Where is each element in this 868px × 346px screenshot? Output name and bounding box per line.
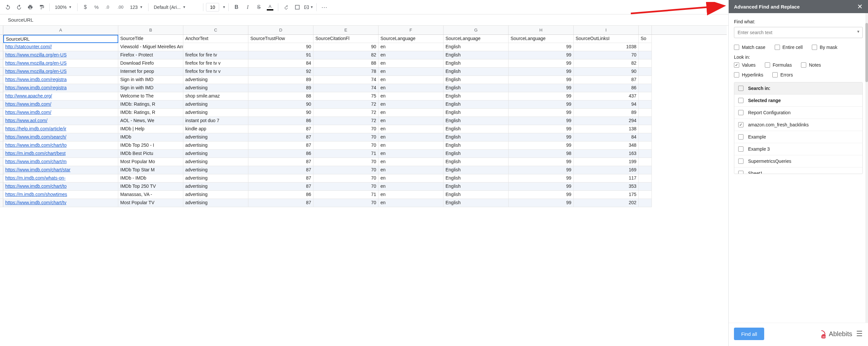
cell-url[interactable]: https://www.imdb.com/chart/star <box>3 166 118 174</box>
cell[interactable] <box>639 84 652 92</box>
cell[interactable]: advertising <box>183 191 248 199</box>
notes-checkbox[interactable]: Notes <box>801 62 821 68</box>
cell[interactable]: 78 <box>313 68 378 76</box>
cell[interactable]: advertising <box>183 84 248 92</box>
cell-url[interactable]: https://www.imdb.com/registra <box>3 76 118 84</box>
cell[interactable]: en <box>378 51 443 60</box>
cell[interactable]: AnchorText <box>183 35 248 43</box>
cell[interactable]: 72 <box>313 117 378 125</box>
cell-url[interactable]: https://www.imdb.com/ <box>3 100 118 109</box>
cell[interactable]: SourceTrustFlow <box>248 35 313 43</box>
cell[interactable]: 89 <box>574 109 639 117</box>
cell[interactable] <box>639 166 652 174</box>
entire-cell-checkbox[interactable]: Entire cell <box>775 45 803 50</box>
cell[interactable]: English <box>443 174 508 182</box>
close-icon[interactable]: ✕ <box>857 3 863 10</box>
cell-url[interactable]: https://m.imdb.com/showtimes <box>3 191 118 199</box>
italic-icon[interactable]: I <box>243 2 253 12</box>
cell[interactable]: 175 <box>574 191 639 199</box>
cell[interactable]: 99 <box>508 191 574 199</box>
cell[interactable]: advertising <box>183 199 248 207</box>
cell[interactable]: 169 <box>574 166 639 174</box>
cell[interactable]: AOL - News, We <box>118 117 183 125</box>
cell[interactable]: English <box>443 100 508 109</box>
cell[interactable]: English <box>443 199 508 207</box>
cell[interactable]: Internet for peop <box>118 68 183 76</box>
cell[interactable]: 84 <box>574 133 639 141</box>
cell[interactable]: 90 <box>574 68 639 76</box>
cell[interactable]: 90 <box>248 43 313 51</box>
cell[interactable]: firefox for fire tv <box>183 51 248 60</box>
cell[interactable]: 91 <box>248 51 313 60</box>
cell[interactable]: English <box>443 166 508 174</box>
cell[interactable]: en <box>378 84 443 92</box>
cell[interactable]: en <box>378 117 443 125</box>
cell[interactable]: en <box>378 133 443 141</box>
cell[interactable]: SourceLanguage <box>508 35 574 43</box>
cell[interactable]: advertising <box>183 182 248 191</box>
cell[interactable]: 74 <box>313 84 378 92</box>
cell[interactable]: en <box>378 182 443 191</box>
cell[interactable]: SourceCitationFl <box>313 35 378 43</box>
cell[interactable]: IMDb | Help <box>118 125 183 133</box>
cell[interactable]: 87 <box>574 76 639 84</box>
cell[interactable]: advertising <box>183 141 248 150</box>
cell[interactable]: 163 <box>574 150 639 158</box>
cell[interactable]: firefox for fire tv v <box>183 68 248 76</box>
decrease-decimal-icon[interactable]: .0 <box>102 2 114 12</box>
bold-icon[interactable]: B <box>231 2 242 12</box>
cell[interactable]: IMDb: Ratings, R <box>118 109 183 117</box>
cell[interactable]: English <box>443 150 508 158</box>
cell[interactable]: 99 <box>508 125 574 133</box>
cell[interactable]: IMDb Top 250 - I <box>118 141 183 150</box>
cell[interactable]: 70 <box>313 141 378 150</box>
cell[interactable]: 87 <box>248 199 313 207</box>
cell[interactable]: 90 <box>248 100 313 109</box>
cell[interactable]: 86 <box>248 117 313 125</box>
cell[interactable]: 99 <box>508 68 574 76</box>
cell[interactable]: SourceLanguage <box>378 35 443 43</box>
cell[interactable]: 86 <box>248 191 313 199</box>
cell[interactable] <box>639 150 652 158</box>
sidebar-scrollbar[interactable] <box>865 13 868 323</box>
cell[interactable]: Welcome to The <box>118 92 183 100</box>
cell[interactable]: 72 <box>313 109 378 117</box>
cell[interactable]: English <box>443 43 508 51</box>
col-header-H[interactable]: H <box>508 26 574 34</box>
more-toolbar-icon[interactable]: ⋯ <box>319 2 330 12</box>
col-header-G[interactable]: G <box>443 26 508 34</box>
cell[interactable]: 70 <box>313 125 378 133</box>
cell[interactable] <box>639 68 652 76</box>
cell[interactable]: 99 <box>508 141 574 150</box>
cell[interactable]: 199 <box>574 158 639 166</box>
cell[interactable]: 88 <box>248 92 313 100</box>
zoom-dropdown[interactable]: 100%▼ <box>52 2 74 12</box>
cell-url[interactable]: https://www.imdb.com/ <box>3 109 118 117</box>
cell[interactable]: 99 <box>508 84 574 92</box>
cell-url[interactable]: https://www.mozilla.org/en-US <box>3 68 118 76</box>
cell[interactable]: Download Firefo <box>118 60 183 68</box>
cell-url[interactable]: https://www.imdb.com/search/ <box>3 133 118 141</box>
cell[interactable]: SourceTitle <box>118 35 183 43</box>
cell[interactable] <box>639 174 652 182</box>
cell[interactable]: 71 <box>313 191 378 199</box>
cell[interactable]: 99 <box>508 60 574 68</box>
col-header-C[interactable]: C <box>183 26 248 34</box>
cell[interactable]: en <box>378 76 443 84</box>
cell[interactable]: en <box>378 125 443 133</box>
list-item[interactable]: Sheet1 <box>734 167 862 174</box>
cell[interactable]: 70 <box>313 182 378 191</box>
cell[interactable]: 87 <box>248 158 313 166</box>
cell[interactable]: 138 <box>574 125 639 133</box>
cell[interactable]: English <box>443 51 508 60</box>
cell[interactable]: en <box>378 43 443 51</box>
cell[interactable] <box>639 109 652 117</box>
list-item[interactable]: amazon.com_fresh_backlinks <box>734 119 862 131</box>
col-header-F[interactable]: F <box>378 26 443 34</box>
cell[interactable]: English <box>443 92 508 100</box>
cell[interactable]: 294 <box>574 117 639 125</box>
cell[interactable]: advertising <box>183 174 248 182</box>
undo-icon[interactable] <box>3 2 13 12</box>
cell[interactable] <box>639 182 652 191</box>
cell[interactable]: 70 <box>313 199 378 207</box>
